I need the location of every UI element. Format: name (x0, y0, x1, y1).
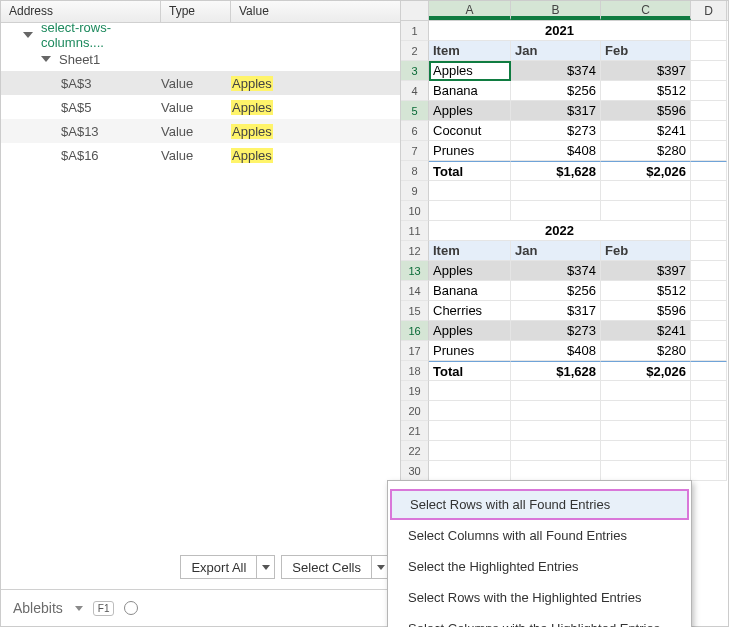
row-header[interactable]: 21 (401, 421, 429, 441)
cell[interactable]: $280 (601, 341, 691, 361)
tree-sheet[interactable]: Sheet1 (1, 47, 400, 71)
cell[interactable] (601, 401, 691, 421)
cell[interactable]: Apples (429, 321, 511, 341)
menu-select-cols-found[interactable]: Select Columns with all Found Entries (388, 520, 691, 551)
cell[interactable]: $317 (511, 301, 601, 321)
cell[interactable] (429, 201, 511, 221)
export-dropdown[interactable] (257, 555, 275, 579)
row-header[interactable]: 8 (401, 161, 429, 181)
row-header[interactable]: 12 (401, 241, 429, 261)
cell[interactable]: Total (429, 161, 511, 181)
cell[interactable]: Apples (429, 61, 511, 81)
cell[interactable]: $273 (511, 121, 601, 141)
cell[interactable]: Item (429, 41, 511, 61)
col-value[interactable]: Value (231, 1, 400, 22)
menu-select-cols-highlighted[interactable]: Select Columns with the Highlighted Entr… (388, 613, 691, 627)
cell[interactable] (511, 461, 601, 481)
export-all-button[interactable]: Export All (180, 555, 275, 579)
cell[interactable] (601, 201, 691, 221)
cell[interactable] (429, 401, 511, 421)
row-header[interactable]: 5 (401, 101, 429, 121)
cell[interactable] (601, 421, 691, 441)
col-type[interactable]: Type (161, 1, 231, 22)
select-all-corner[interactable] (401, 1, 429, 20)
col-header-a[interactable]: A (429, 1, 511, 20)
cell[interactable]: $397 (601, 261, 691, 281)
menu-select-rows-highlighted[interactable]: Select Rows with the Highlighted Entries (388, 582, 691, 613)
cell[interactable] (511, 401, 601, 421)
row-header[interactable]: 15 (401, 301, 429, 321)
tree-workbook[interactable]: select-rows-columns.... (1, 23, 400, 47)
row-header[interactable]: 17 (401, 341, 429, 361)
cell[interactable]: $273 (511, 321, 601, 341)
select-cells-button[interactable]: Select Cells (281, 555, 390, 579)
result-row[interactable]: $A$16 Value Apples (1, 143, 400, 167)
row-header[interactable]: 1 (401, 21, 429, 41)
cell[interactable]: $1,628 (511, 161, 601, 181)
cell[interactable]: Jan (511, 41, 601, 61)
cell[interactable] (691, 41, 727, 61)
cell[interactable] (511, 421, 601, 441)
row-header[interactable]: 9 (401, 181, 429, 201)
year-cell[interactable]: 2021 (429, 21, 691, 41)
cell[interactable]: Prunes (429, 141, 511, 161)
cell[interactable]: $374 (511, 261, 601, 281)
cell[interactable]: $408 (511, 341, 601, 361)
result-row[interactable]: $A$13 Value Apples (1, 119, 400, 143)
cell[interactable] (511, 441, 601, 461)
cell[interactable]: Banana (429, 81, 511, 101)
result-row[interactable]: $A$3 Value Apples (1, 71, 400, 95)
cell[interactable] (691, 201, 727, 221)
cell[interactable]: Total (429, 361, 511, 381)
cell[interactable] (511, 381, 601, 401)
cell[interactable]: Banana (429, 281, 511, 301)
cell[interactable]: Coconut (429, 121, 511, 141)
cell[interactable] (691, 421, 727, 441)
row-header[interactable]: 2 (401, 41, 429, 61)
cell[interactable]: $241 (601, 321, 691, 341)
cell[interactable]: $2,026 (601, 161, 691, 181)
cell[interactable]: $596 (601, 101, 691, 121)
row-header[interactable]: 18 (401, 361, 429, 381)
cell[interactable] (429, 381, 511, 401)
cell[interactable]: Prunes (429, 341, 511, 361)
result-row[interactable]: $A$5 Value Apples (1, 95, 400, 119)
cell[interactable]: $1,628 (511, 361, 601, 381)
row-header[interactable]: 30 (401, 461, 429, 481)
gear-icon[interactable] (124, 601, 138, 615)
cell[interactable]: $512 (601, 81, 691, 101)
cell[interactable] (511, 201, 601, 221)
cell[interactable]: $280 (601, 141, 691, 161)
cell[interactable] (601, 441, 691, 461)
cell[interactable] (429, 181, 511, 201)
cell[interactable] (691, 341, 727, 361)
cell[interactable] (601, 461, 691, 481)
col-header-c[interactable]: C (601, 1, 691, 20)
cell[interactable]: Apples (429, 261, 511, 281)
cell[interactable] (691, 381, 727, 401)
help-f1-button[interactable]: F1 (93, 601, 115, 616)
brand-label[interactable]: Ablebits (13, 600, 63, 616)
cell[interactable] (691, 61, 727, 81)
row-header[interactable]: 22 (401, 441, 429, 461)
cell[interactable] (691, 441, 727, 461)
row-header[interactable]: 13 (401, 261, 429, 281)
cell[interactable] (691, 121, 727, 141)
cell[interactable] (691, 21, 727, 41)
cell[interactable] (601, 381, 691, 401)
row-header[interactable]: 16 (401, 321, 429, 341)
cell[interactable] (691, 161, 727, 181)
cell[interactable]: $317 (511, 101, 601, 121)
chevron-down-icon[interactable] (75, 606, 83, 611)
row-header[interactable]: 14 (401, 281, 429, 301)
cell[interactable] (691, 261, 727, 281)
cell[interactable]: Jan (511, 241, 601, 261)
col-header-b[interactable]: B (511, 1, 601, 20)
menu-select-highlighted[interactable]: Select the Highlighted Entries (388, 551, 691, 582)
cell[interactable] (691, 321, 727, 341)
cell[interactable] (691, 281, 727, 301)
year-cell[interactable]: 2022 (429, 221, 691, 241)
cell[interactable] (691, 141, 727, 161)
menu-select-rows-found[interactable]: Select Rows with all Found Entries (390, 489, 689, 520)
cell[interactable]: Apples (429, 101, 511, 121)
